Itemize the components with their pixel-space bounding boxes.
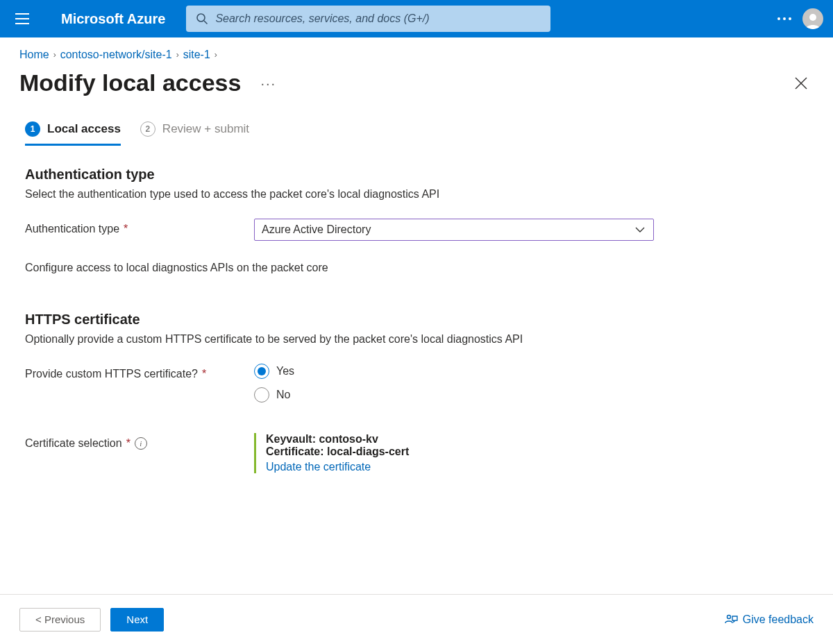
required-asterisk: * <box>126 437 131 450</box>
radio-icon <box>254 364 269 379</box>
tab-review-submit[interactable]: 2 Review + submit <box>140 121 249 146</box>
provide-cert-radio-group: Yes No <box>254 364 654 402</box>
crumb-site[interactable]: site-1 <box>183 49 210 61</box>
brand-title[interactable]: Microsoft Azure <box>40 11 182 27</box>
page-header: Modify local access ··· <box>0 64 833 121</box>
page-more-button[interactable]: ··· <box>260 76 276 90</box>
tab-label: Review + submit <box>162 122 249 136</box>
https-section: HTTPS certificate Optionally provide a c… <box>25 312 808 346</box>
page-title: Modify local access <box>19 69 241 96</box>
https-section-title: HTTPS certificate <box>25 312 808 328</box>
radio-yes[interactable]: Yes <box>254 364 654 379</box>
radio-yes-label: Yes <box>276 365 294 378</box>
feedback-icon <box>725 613 739 626</box>
more-button[interactable] <box>768 2 801 35</box>
chevron-right-icon: › <box>53 50 56 60</box>
cert-selection-row: Certificate selection * i Keyvault: cont… <box>25 433 808 473</box>
crumb-network[interactable]: contoso-network/site-1 <box>60 49 172 61</box>
give-feedback-link[interactable]: Give feedback <box>725 613 814 626</box>
svg-point-8 <box>809 14 816 21</box>
auth-type-select[interactable]: Azure Active Directory <box>254 219 654 241</box>
hamburger-button[interactable] <box>6 2 39 35</box>
info-icon[interactable]: i <box>135 437 147 450</box>
hamburger-icon <box>15 13 29 24</box>
close-button[interactable] <box>789 71 814 96</box>
cert-selection-label: Certificate selection * i <box>25 433 254 450</box>
https-section-desc: Optionally provide a custom HTTPS certif… <box>25 333 808 346</box>
auth-section-title: Authentication type <box>25 167 808 183</box>
auth-type-value: Azure Active Directory <box>262 223 371 236</box>
feedback-label: Give feedback <box>743 613 814 626</box>
svg-point-3 <box>197 14 205 22</box>
auth-type-label-text: Authentication type <box>25 223 119 235</box>
close-icon <box>794 76 808 90</box>
next-button[interactable]: Next <box>110 608 164 632</box>
crumb-home[interactable]: Home <box>19 49 49 61</box>
footer: < Previous Next Give feedback <box>0 594 833 644</box>
cert-line: Certificate: local-diags-cert <box>266 446 654 458</box>
avatar[interactable] <box>802 8 823 29</box>
keyvault-line: Keyvault: contoso-kv <box>266 433 654 446</box>
auth-type-row: Authentication type * Azure Active Direc… <box>25 219 808 241</box>
cert-info-panel: Keyvault: contoso-kv Certificate: local-… <box>254 433 654 473</box>
tab-local-access[interactable]: 1 Local access <box>25 121 121 146</box>
topbar: Microsoft Azure <box>0 0 833 37</box>
previous-button[interactable]: < Previous <box>19 608 101 632</box>
provide-cert-label: Provide custom HTTPS certificate? * <box>25 364 254 380</box>
content-area: 1 Local access 2 Review + submit Authent… <box>0 121 833 594</box>
tab-number: 2 <box>140 121 155 137</box>
auth-section: Authentication type Select the authentic… <box>25 167 808 201</box>
chevron-right-icon: › <box>176 50 179 60</box>
radio-no[interactable]: No <box>254 387 654 402</box>
svg-point-7 <box>789 17 791 20</box>
search-input[interactable] <box>215 12 541 25</box>
chevron-down-icon <box>635 227 645 232</box>
radio-no-label: No <box>276 389 290 401</box>
provide-cert-label-text: Provide custom HTTPS certificate? <box>25 368 198 380</box>
auth-type-label: Authentication type * <box>25 219 254 235</box>
tab-number: 1 <box>25 121 40 137</box>
auth-section-desc: Select the authentication type used to a… <box>25 188 808 201</box>
person-icon <box>804 11 822 29</box>
update-cert-link[interactable]: Update the certificate <box>266 461 371 473</box>
cert-selection-label-text: Certificate selection <box>25 437 122 450</box>
svg-line-4 <box>204 21 208 24</box>
radio-icon <box>254 387 269 402</box>
more-icon <box>777 17 791 20</box>
chevron-right-icon: › <box>214 50 217 60</box>
search-icon <box>196 12 208 25</box>
auth-configure-desc: Configure access to local diagnostics AP… <box>25 262 808 274</box>
search-box[interactable] <box>186 6 550 32</box>
svg-point-6 <box>783 17 786 20</box>
breadcrumb: Home › contoso-network/site-1 › site-1 › <box>0 37 833 64</box>
required-asterisk: * <box>124 223 128 235</box>
svg-point-11 <box>727 615 730 618</box>
required-asterisk: * <box>202 368 206 380</box>
tab-label: Local access <box>47 122 121 136</box>
provide-cert-row: Provide custom HTTPS certificate? * Yes … <box>25 364 808 402</box>
step-tabs: 1 Local access 2 Review + submit <box>25 121 808 146</box>
svg-point-5 <box>777 17 780 20</box>
